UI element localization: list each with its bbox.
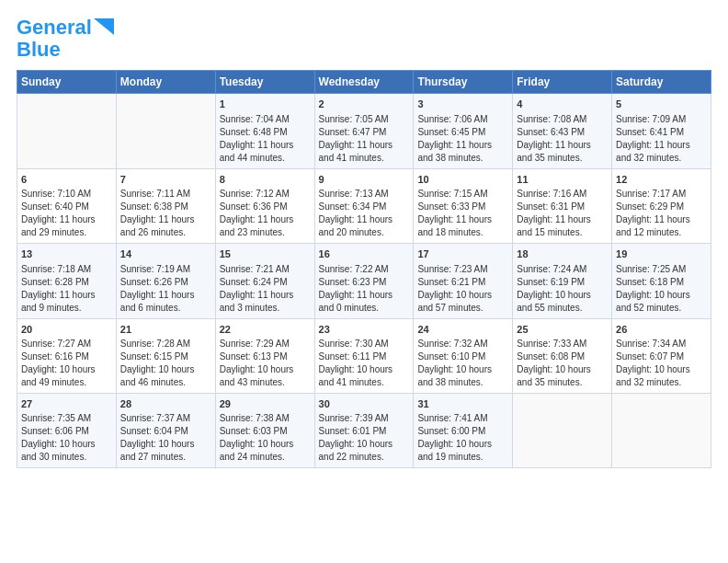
calendar-cell: 31Sunrise: 7:41 AMSunset: 6:00 PMDayligh… — [414, 393, 513, 467]
day-info: Sunrise: 7:21 AM — [220, 263, 311, 276]
day-number: 23 — [319, 323, 410, 337]
calendar-cell: 18Sunrise: 7:24 AMSunset: 6:19 PMDayligh… — [513, 244, 612, 318]
logo: General Blue — [17, 17, 114, 61]
weekday-header-thursday: Thursday — [414, 71, 513, 94]
day-info: Sunset: 6:10 PM — [417, 350, 508, 363]
day-info: Sunset: 6:28 PM — [21, 276, 112, 289]
day-info: Daylight: 11 hours and 15 minutes. — [517, 213, 608, 239]
calendar-cell — [513, 393, 612, 467]
day-info: Daylight: 11 hours and 3 minutes. — [220, 289, 311, 315]
calendar-cell — [17, 94, 117, 168]
day-info: Daylight: 11 hours and 20 minutes. — [319, 213, 410, 239]
weekday-header-wednesday: Wednesday — [314, 71, 414, 94]
calendar-week-2: 6Sunrise: 7:10 AMSunset: 6:40 PMDaylight… — [17, 168, 711, 243]
calendar-cell: 4Sunrise: 7:08 AMSunset: 6:43 PMDaylight… — [513, 94, 612, 168]
day-number: 20 — [21, 323, 112, 337]
calendar-cell: 22Sunrise: 7:29 AMSunset: 6:13 PMDayligh… — [215, 318, 314, 393]
calendar-cell: 26Sunrise: 7:34 AMSunset: 6:07 PMDayligh… — [612, 318, 711, 393]
calendar-cell: 28Sunrise: 7:37 AMSunset: 6:04 PMDayligh… — [116, 393, 215, 467]
calendar-cell: 27Sunrise: 7:35 AMSunset: 6:06 PMDayligh… — [17, 393, 117, 467]
page: General Blue SundayMondayTuesdayWednesda… — [0, 0, 728, 477]
day-info: Sunset: 6:03 PM — [220, 425, 311, 438]
svg-marker-0 — [94, 18, 114, 35]
calendar-table: SundayMondayTuesdayWednesdayThursdayFrid… — [17, 70, 711, 468]
day-info: Sunrise: 7:39 AM — [319, 412, 410, 425]
day-info: Daylight: 10 hours and 30 minutes. — [21, 438, 112, 464]
day-info: Sunset: 6:47 PM — [319, 126, 410, 139]
day-info: Sunrise: 7:29 AM — [220, 338, 311, 350]
day-info: Daylight: 10 hours and 38 minutes. — [417, 363, 508, 389]
day-info: Sunrise: 7:38 AM — [220, 412, 311, 425]
day-info: Sunrise: 7:41 AM — [417, 412, 508, 425]
day-info: Sunset: 6:19 PM — [517, 276, 608, 289]
day-info: Sunrise: 7:30 AM — [319, 338, 410, 350]
calendar-week-5: 27Sunrise: 7:35 AMSunset: 6:06 PMDayligh… — [17, 393, 711, 467]
calendar-week-1: 1Sunrise: 7:04 AMSunset: 6:48 PMDaylight… — [17, 94, 711, 168]
day-info: Daylight: 10 hours and 32 minutes. — [616, 363, 707, 389]
day-number: 30 — [319, 397, 410, 411]
day-number: 24 — [417, 323, 508, 337]
day-info: Sunset: 6:24 PM — [220, 276, 311, 289]
day-number: 3 — [417, 98, 508, 111]
day-number: 21 — [120, 323, 211, 337]
calendar-cell: 15Sunrise: 7:21 AMSunset: 6:24 PMDayligh… — [215, 244, 314, 318]
calendar-cell: 17Sunrise: 7:23 AMSunset: 6:21 PMDayligh… — [414, 244, 513, 318]
calendar-cell: 21Sunrise: 7:28 AMSunset: 6:15 PMDayligh… — [116, 318, 215, 393]
logo-arrow-icon — [94, 18, 114, 35]
day-info: Sunset: 6:29 PM — [616, 201, 707, 213]
day-info: Daylight: 10 hours and 55 minutes. — [517, 289, 608, 315]
day-info: Daylight: 10 hours and 19 minutes. — [417, 438, 508, 464]
day-info: Sunrise: 7:17 AM — [616, 188, 707, 201]
day-info: Sunset: 6:31 PM — [517, 201, 608, 213]
calendar-cell: 30Sunrise: 7:39 AMSunset: 6:01 PMDayligh… — [314, 393, 414, 467]
day-info: Daylight: 11 hours and 12 minutes. — [616, 213, 707, 239]
calendar-week-4: 20Sunrise: 7:27 AMSunset: 6:16 PMDayligh… — [17, 318, 711, 393]
calendar-cell: 1Sunrise: 7:04 AMSunset: 6:48 PMDaylight… — [215, 94, 314, 168]
day-info: Sunset: 6:21 PM — [417, 276, 508, 289]
calendar-header: SundayMondayTuesdayWednesdayThursdayFrid… — [17, 71, 711, 94]
day-info: Sunset: 6:43 PM — [517, 126, 608, 139]
day-number: 2 — [319, 98, 410, 111]
calendar-cell: 8Sunrise: 7:12 AMSunset: 6:36 PMDaylight… — [215, 168, 314, 243]
day-info: Sunset: 6:34 PM — [319, 201, 410, 213]
calendar-cell: 19Sunrise: 7:25 AMSunset: 6:18 PMDayligh… — [612, 244, 711, 318]
calendar-cell: 20Sunrise: 7:27 AMSunset: 6:16 PMDayligh… — [17, 318, 117, 393]
day-info: Sunset: 6:23 PM — [319, 276, 410, 289]
day-info: Daylight: 10 hours and 57 minutes. — [417, 289, 508, 315]
day-info: Sunrise: 7:33 AM — [517, 338, 608, 350]
day-info: Sunset: 6:33 PM — [417, 201, 508, 213]
calendar-cell: 6Sunrise: 7:10 AMSunset: 6:40 PMDaylight… — [17, 168, 117, 243]
day-info: Sunrise: 7:16 AM — [517, 188, 608, 201]
day-info: Daylight: 10 hours and 22 minutes. — [319, 438, 410, 464]
weekday-header-saturday: Saturday — [612, 71, 711, 94]
day-info: Daylight: 10 hours and 49 minutes. — [21, 363, 112, 389]
calendar-week-3: 13Sunrise: 7:18 AMSunset: 6:28 PMDayligh… — [17, 244, 711, 318]
day-info: Sunset: 6:04 PM — [120, 425, 211, 438]
weekday-header-monday: Monday — [116, 71, 215, 94]
day-number: 12 — [616, 173, 707, 187]
day-info: Sunrise: 7:35 AM — [21, 412, 112, 425]
day-number: 10 — [417, 173, 508, 187]
day-info: Sunrise: 7:12 AM — [220, 188, 311, 201]
calendar-cell: 11Sunrise: 7:16 AMSunset: 6:31 PMDayligh… — [513, 168, 612, 243]
day-info: Daylight: 11 hours and 32 minutes. — [616, 139, 707, 165]
day-info: Sunset: 6:11 PM — [319, 350, 410, 363]
day-info: Sunset: 6:40 PM — [21, 201, 112, 213]
calendar-cell: 23Sunrise: 7:30 AMSunset: 6:11 PMDayligh… — [314, 318, 414, 393]
day-number: 28 — [120, 397, 211, 411]
day-info: Sunrise: 7:27 AM — [21, 338, 112, 350]
day-number: 22 — [220, 323, 311, 337]
day-number: 29 — [220, 397, 311, 411]
day-number: 25 — [517, 323, 608, 337]
logo-blue-text: Blue — [17, 39, 61, 61]
calendar-cell — [116, 94, 215, 168]
day-number: 6 — [21, 173, 112, 187]
day-number: 31 — [417, 397, 508, 411]
day-info: Sunset: 6:18 PM — [616, 276, 707, 289]
day-info: Daylight: 10 hours and 43 minutes. — [220, 363, 311, 389]
day-info: Daylight: 11 hours and 29 minutes. — [21, 213, 112, 239]
day-info: Sunrise: 7:04 AM — [220, 113, 311, 126]
day-info: Daylight: 10 hours and 24 minutes. — [220, 438, 311, 464]
calendar-cell: 9Sunrise: 7:13 AMSunset: 6:34 PMDaylight… — [314, 168, 414, 243]
day-info: Daylight: 10 hours and 35 minutes. — [517, 363, 608, 389]
